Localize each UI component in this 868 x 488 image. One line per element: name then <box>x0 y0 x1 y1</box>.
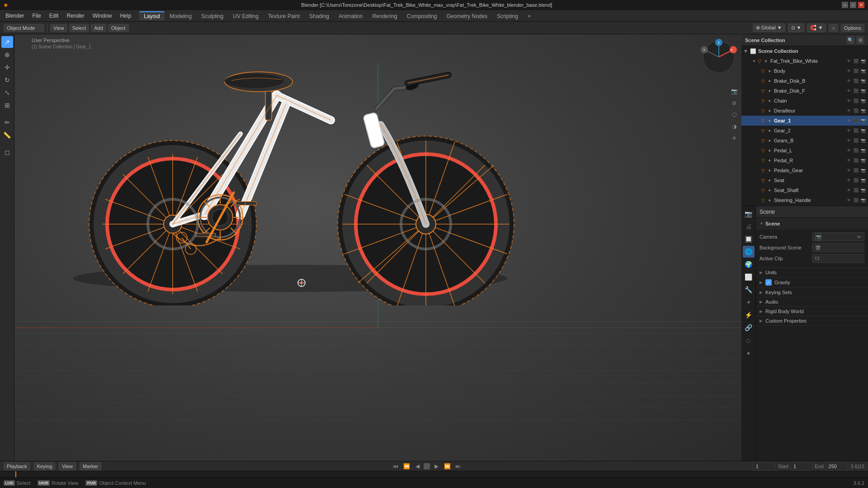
gravity-checkbox[interactable]: ✓ <box>765 279 772 286</box>
outliner-item-gear-2[interactable]: ▽ ✦ Gear_2 👁 ⬛ 📷 <box>741 126 868 136</box>
workspace-tab-uvediting[interactable]: UV Editing <box>228 11 263 20</box>
workspace-tab-rendering[interactable]: Rendering <box>368 11 401 20</box>
keying-menu[interactable]: Keying <box>34 462 56 470</box>
outliner-filter[interactable]: ⊞ <box>856 36 864 44</box>
play-back-btn[interactable]: ◀ <box>413 462 422 471</box>
outliner-item-seat-shaft[interactable]: ▽ ✦ Seat_Shaft 👁 ⬛ 📷 <box>741 185 868 195</box>
snap[interactable]: 🧲 ▼ <box>807 23 826 32</box>
menu-item-render[interactable]: Render <box>63 12 88 20</box>
playback-menu[interactable]: Playback <box>4 462 30 470</box>
units-section-label[interactable]: ▶ Units <box>756 268 868 277</box>
output-icon-btn[interactable]: 🖨 <box>743 221 755 232</box>
viewport[interactable]: User Perspective (1) Scene Collection | … <box>14 34 741 461</box>
object-menu[interactable]: Object <box>108 24 129 32</box>
workspace-tab-geometrynodes[interactable]: Geometry Nodes <box>442 11 492 20</box>
workspace-tab-[interactable]: + <box>523 11 535 20</box>
start-frame-input[interactable]: 1 <box>790 462 813 470</box>
annotate-tool[interactable]: ✏ <box>1 117 13 128</box>
render-icon-btn[interactable]: 📷 <box>743 208 755 220</box>
workspace-tab-scripting[interactable]: Scripting <box>492 11 523 20</box>
material-icon-btn[interactable]: ● <box>743 347 755 359</box>
rigid-body-label[interactable]: ▶ Rigid Body World <box>756 307 868 316</box>
outliner-item-tire-b[interactable]: ▽ ✦ Tire_B 👁 ⬛ 📷 <box>741 205 868 206</box>
outliner-item-fat-trek-bike-white[interactable]: ▼ ▽ ✦ Fat_Trek_Bike_White 👁 ⬛ 📷 <box>741 56 868 66</box>
select-menu[interactable]: Select <box>69 24 90 32</box>
gizmo-btn[interactable]: ✛ <box>729 133 740 144</box>
play-btn[interactable]: ▶ <box>432 462 441 471</box>
outliner-item-steering-handle[interactable]: ▽ ✦ Steering_Handle 👁 ⬛ 📷 <box>741 195 868 205</box>
proportional[interactable]: ○ <box>829 24 838 32</box>
scene-icon-btn[interactable]: 🌐 <box>743 246 755 258</box>
add-menu[interactable]: Add <box>91 24 106 32</box>
outliner-item-pedal-l[interactable]: ▽ ✦ Pedal_L 👁 ⬛ 📷 <box>741 145 868 155</box>
view-menu-tl[interactable]: View <box>59 462 76 470</box>
workspace-tab-shading[interactable]: Shading <box>305 11 334 20</box>
bg-scene-value[interactable]: 🎬 <box>812 243 864 252</box>
custom-props-label[interactable]: ▶ Custom Properties <box>756 316 868 325</box>
menu-item-file[interactable]: File <box>28 12 44 20</box>
camera-value[interactable]: 📷 ✏ <box>812 232 864 241</box>
outliner-item-gear-1[interactable]: ▽ ✦ Gear_1 👁 ⬛ 📷 <box>741 116 868 126</box>
data-icon-btn[interactable]: ◇ <box>743 334 755 346</box>
close-button[interactable]: ✕ <box>858 2 864 8</box>
audio-label[interactable]: ▶ Audio <box>756 297 868 306</box>
active-clip-value[interactable]: 🎞 <box>812 254 864 263</box>
menu-item-window[interactable]: Window <box>89 12 116 20</box>
marker-menu[interactable]: Marker <box>80 462 101 470</box>
view-perspective-btn[interactable]: 📷 <box>729 86 740 97</box>
menu-item-edit[interactable]: Edit <box>46 12 62 20</box>
outliner-search[interactable]: 🔍 <box>846 36 854 44</box>
modifier-icon-btn[interactable]: 🔧 <box>743 284 755 296</box>
scene-section-header[interactable]: ▼ Scene <box>756 218 868 230</box>
scale-tool[interactable]: ⤡ <box>1 87 13 99</box>
pivot[interactable]: ⊙ ▼ <box>788 23 805 32</box>
outliner-item-seat[interactable]: ▽ ✦ Seat 👁 ⬛ 📷 <box>741 175 868 185</box>
prev-keyframe-btn[interactable]: ⏪ <box>402 462 411 471</box>
workspace-tab-animation[interactable]: Animation <box>334 11 367 20</box>
shading-btn[interactable]: ◑ <box>729 121 740 132</box>
select-tool[interactable]: ↗ <box>1 36 13 48</box>
outliner-item-brake-disk-b[interactable]: ▽ ✦ Brake_Disk_B 👁 ⬛ 📷 <box>741 76 868 86</box>
gravity-section-label[interactable]: ▶ ✓ Gravity <box>756 277 868 287</box>
menu-item-help[interactable]: Help <box>116 12 135 20</box>
workspace-tab-compositing[interactable]: Compositing <box>402 11 442 20</box>
current-frame-input[interactable]: 1 <box>753 462 775 470</box>
move-tool[interactable]: ✛ <box>1 61 13 73</box>
view-layer-icon-btn[interactable]: 🔲 <box>743 233 755 245</box>
outliner-item-derailleur[interactable]: ▽ ✦ Derailleur 👁 ⬛ 📷 <box>741 106 868 116</box>
outliner-item-pedals-gear[interactable]: ▽ ✦ Pedals_Gear 👁 ⬛ 📷 <box>741 165 868 175</box>
camera-edit-btn[interactable]: ✏ <box>857 234 861 240</box>
stop-btn[interactable] <box>424 463 430 469</box>
next-keyframe-btn[interactable]: ⏩ <box>443 462 452 471</box>
maximize-button[interactable]: □ <box>850 2 856 8</box>
constraints-icon-btn[interactable]: 🔗 <box>743 322 755 333</box>
keying-sets-label[interactable]: ▶ Keying Sets <box>756 288 868 297</box>
particles-icon-btn[interactable]: ✦ <box>743 296 755 308</box>
options-btn[interactable]: Options <box>841 24 864 32</box>
world-icon-btn[interactable]: 🌍 <box>743 258 755 270</box>
minimize-button[interactable]: ─ <box>842 2 848 8</box>
rotate-tool[interactable]: ↻ <box>1 74 13 86</box>
overlay-btn[interactable]: ⊚ <box>729 98 740 108</box>
outliner-item-pedal-r[interactable]: ▽ ✦ Pedal_R 👁 ⬛ 📷 <box>741 155 868 165</box>
mode-select[interactable]: Object Mode <box>4 24 44 32</box>
physics-icon-btn[interactable]: ⚡ <box>743 309 755 321</box>
outliner-body[interactable]: ▼ ⬜ Scene Collection ▼ ▽ ✦ Fat_Trek_Bike… <box>741 46 868 206</box>
workspace-tab-layout[interactable]: Layout <box>139 11 165 20</box>
transform-global[interactable]: ⊕ Global ▼ <box>753 23 785 32</box>
workspace-tab-texturepaint[interactable]: Texture Paint <box>264 11 304 20</box>
add-cube-tool[interactable]: ◻ <box>1 146 13 158</box>
view-menu[interactable]: View <box>50 24 67 32</box>
jump-end-btn[interactable]: ⏭ <box>453 462 462 471</box>
workspace-tab-modeling[interactable]: Modeling <box>165 11 196 20</box>
transform-tool[interactable]: ⊞ <box>1 99 13 111</box>
outliner-item-brake-disk-f[interactable]: ▽ ✦ Brake_Disk_F 👁 ⬛ 📷 <box>741 86 868 96</box>
object-icon-btn[interactable]: ⬜ <box>743 271 755 283</box>
outliner-item-gears-b[interactable]: ▽ ✦ Gears_B 👁 ⬛ 📷 <box>741 136 868 145</box>
outliner-item-chain[interactable]: ▽ ✦ Chain 👁 ⬛ 📷 <box>741 96 868 106</box>
outliner-item-body[interactable]: ▽ ✦ Body 👁 ⬛ 📷 <box>741 66 868 76</box>
measure-tool[interactable]: 📏 <box>1 129 13 141</box>
xray-btn[interactable]: ⬡ <box>729 109 740 120</box>
end-frame-input[interactable]: 250 <box>826 462 848 470</box>
workspace-tab-sculpting[interactable]: Sculpting <box>197 11 228 20</box>
